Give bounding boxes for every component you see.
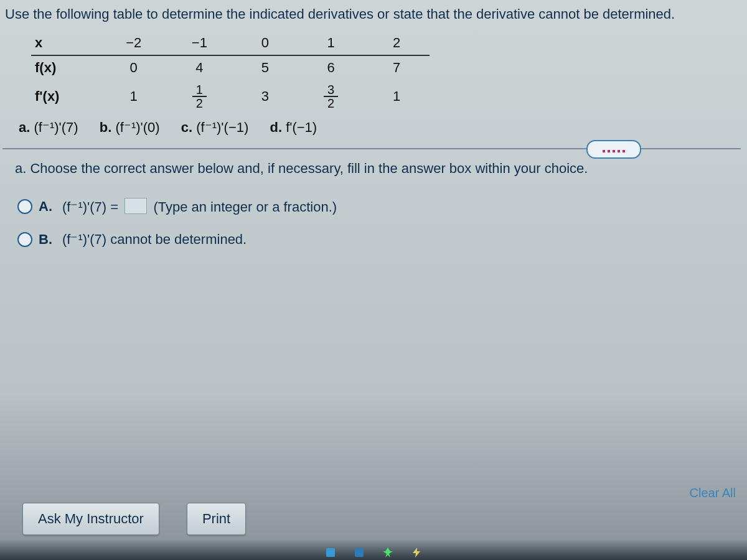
clear-all-button[interactable]: Clear All <box>690 486 736 500</box>
part-a-label: a. <box>19 119 30 135</box>
print-button[interactable]: Print <box>187 503 246 535</box>
choice-a-before: (f⁻¹)'(7) = <box>62 199 118 215</box>
choice-b-text: (f⁻¹)'(7) cannot be determined. <box>62 231 247 248</box>
table-row: f'(x) 1 1 2 3 3 2 1 <box>31 80 430 113</box>
choice-a-label: A. <box>39 198 56 215</box>
cell: 3 2 <box>298 80 364 113</box>
choice-b-label: B. <box>39 231 56 248</box>
row-header-fpx: f'(x) <box>31 80 101 113</box>
svg-rect-0 <box>326 548 335 557</box>
choice-b-row: B. (f⁻¹)'(7) cannot be determined. <box>17 231 741 248</box>
part-b-expr: (f⁻¹)'(0) <box>115 119 159 135</box>
part-d-label: d. <box>270 119 282 135</box>
part-b-label: b. <box>100 119 112 135</box>
cell: 0 <box>101 55 167 80</box>
svg-marker-3 <box>413 548 420 558</box>
cell: 2 <box>364 31 430 55</box>
fraction: 3 2 <box>324 83 338 110</box>
answer-input-a[interactable] <box>125 198 147 214</box>
part-d-expr: f'(−1) <box>286 119 317 135</box>
fraction: 1 2 <box>192 83 207 110</box>
cell: 5 <box>232 55 298 80</box>
table-row: x −2 −1 0 1 2 <box>31 31 430 55</box>
cell: 1 <box>298 31 364 55</box>
cell: 0 <box>232 31 298 55</box>
choice-list: A. (f⁻¹)'(7) = (Type an integer or a fra… <box>2 198 741 248</box>
dots-icon <box>601 144 626 155</box>
cell: 6 <box>298 55 364 80</box>
part-c-label: c. <box>181 119 192 135</box>
cell: 7 <box>364 55 430 80</box>
cell: 1 2 <box>167 80 233 113</box>
radio-choice-b[interactable] <box>17 232 32 247</box>
cell: 3 <box>232 80 298 113</box>
radio-choice-a[interactable] <box>17 199 32 214</box>
app-icon[interactable] <box>382 546 394 559</box>
svg-rect-1 <box>355 548 364 557</box>
row-header-x: x <box>31 31 101 55</box>
lightning-icon[interactable] <box>410 546 423 559</box>
section-divider <box>2 148 741 149</box>
expand-pill-button[interactable] <box>586 140 641 159</box>
cell: −2 <box>101 31 167 55</box>
table-row: f(x) 0 4 5 6 7 <box>31 55 430 80</box>
app-icon[interactable] <box>353 546 365 559</box>
ask-my-instructor-button[interactable]: Ask My Instructor <box>22 503 159 535</box>
choice-a-row: A. (f⁻¹)'(7) = (Type an integer or a fra… <box>17 198 741 215</box>
taskbar-icons <box>324 546 423 559</box>
row-header-fx: f(x) <box>31 55 101 80</box>
problem-prompt: Use the following table to determine the… <box>2 5 741 29</box>
part-a-expr: (f⁻¹)'(7) <box>34 119 78 135</box>
cell: 4 <box>167 55 233 80</box>
part-c-expr: (f⁻¹)'(−1) <box>196 119 248 135</box>
app-icon[interactable] <box>324 546 337 559</box>
cell: 1 <box>364 80 430 113</box>
cell: 1 <box>101 80 167 113</box>
choice-a-hint: (Type an integer or a fraction.) <box>153 199 337 215</box>
bottom-toolbar: Ask My Instructor Print <box>22 503 246 535</box>
cell: −1 <box>167 31 233 55</box>
svg-marker-2 <box>383 548 393 558</box>
data-table: x −2 −1 0 1 2 f(x) 0 4 5 6 7 f'(x) 1 <box>31 31 430 113</box>
